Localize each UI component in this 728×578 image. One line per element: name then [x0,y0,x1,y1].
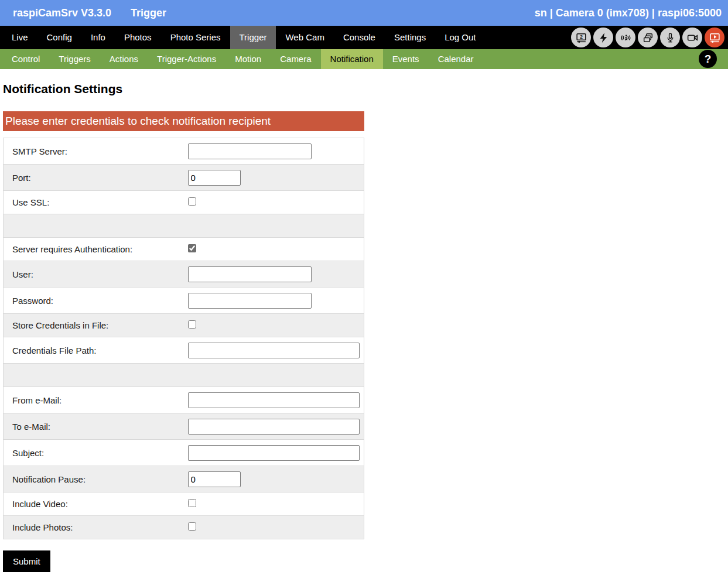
to-email-input[interactable] [188,419,360,435]
nav-item-settings[interactable]: Settings [385,26,435,49]
subnav-item-events[interactable]: Events [383,49,429,69]
use-ssl-label: Use SSL: [4,191,187,214]
subnav-item-triggers[interactable]: Triggers [49,49,100,69]
port-input[interactable] [188,170,241,186]
subnav-item-motion[interactable]: Motion [225,49,271,69]
form-row: Credentials File Path: [4,337,364,364]
video-camera-icon[interactable] [682,28,702,47]
live-stream-icon[interactable] [705,28,724,47]
lightning-icon[interactable] [593,28,613,47]
nav-item-info[interactable]: Info [81,26,115,49]
notification-pause-label: Notification Pause: [4,466,187,493]
main-nav: Live Config Info Photos Photo Series Tri… [0,26,728,49]
subnav-item-control[interactable]: Control [2,49,49,69]
credentials-file-path-label: Credentials File Path: [4,337,187,364]
include-video-checkbox[interactable] [188,499,196,507]
user-label: User: [4,261,187,288]
from-email-input[interactable] [188,392,360,408]
form-row: Subject: [4,440,364,466]
titlebar: raspiCamSrv V3.3.0 Trigger sn | Camera 0… [0,0,728,26]
use-ssl-checkbox[interactable] [188,197,196,206]
form-row: Include Video: [4,493,364,516]
subnav-item-notification[interactable]: Notification [321,49,383,69]
form-row: Notification Pause: [4,466,364,493]
form-row: SMTP Server: [4,138,364,165]
password-input[interactable] [188,293,312,309]
microphone-icon[interactable] [660,28,680,47]
alert-banner: Please enter credentials to check notifi… [3,111,364,131]
status-icon-bar: 2 [571,28,724,47]
credentials-file-path-input[interactable] [188,343,360,358]
page-breadcrumb: Trigger [131,7,166,19]
include-photos-checkbox[interactable] [188,522,196,531]
notification-pause-input[interactable] [188,471,241,487]
svg-text:2: 2 [580,34,583,40]
nav-item-live[interactable]: Live [2,26,37,49]
server-auth-checkbox[interactable] [188,244,196,252]
to-email-label: To e-Mail: [4,413,187,440]
subject-input[interactable] [188,445,360,461]
content-area: Notification Settings Please enter crede… [0,82,728,572]
smtp-server-label: SMTP Server: [4,138,187,165]
page-title: Notification Settings [3,82,728,96]
form-row: Port: [4,165,364,191]
from-email-label: From e-Mail: [4,387,187,413]
form-row: Server requires Authentication: [4,238,364,261]
form-row: User: [4,261,364,288]
store-credentials-label: Store Credentials in File: [4,314,187,337]
help-icon[interactable]: ? [699,50,717,68]
nav-item-web-cam[interactable]: Web Cam [276,26,333,49]
nav-item-photos[interactable]: Photos [115,26,161,49]
include-photos-label: Include Photos: [4,516,187,539]
subnav-item-camera[interactable]: Camera [271,49,320,69]
subnav-item-actions[interactable]: Actions [100,49,148,69]
form-row: From e-Mail: [4,387,364,413]
port-label: Port: [4,165,187,191]
nav-item-config[interactable]: Config [37,26,81,49]
motion-detection-icon[interactable] [616,28,635,47]
submit-button[interactable]: Submit [3,550,50,572]
include-video-label: Include Video: [4,493,187,516]
form-row: Use SSL: [4,191,364,214]
form-row: Include Photos: [4,516,364,539]
screen-2-icon[interactable]: 2 [571,28,591,47]
nav-item-trigger[interactable]: Trigger [230,26,276,49]
store-credentials-checkbox[interactable] [188,320,196,329]
app-title: raspiCamSrv V3.3.0 [13,7,111,19]
smtp-server-input[interactable] [188,143,312,159]
notification-settings-table: SMTP Server: Port: Use SSL: Server requi… [3,138,364,539]
nav-item-console[interactable]: Console [334,26,385,49]
spacer-row [4,364,364,387]
form-row: Store Credentials in File: [4,314,364,337]
subnav-item-calendar[interactable]: Calendar [429,49,483,69]
form-row: To e-Mail: [4,413,364,440]
subject-label: Subject: [4,440,187,466]
password-label: Password: [4,288,187,314]
connection-status: sn | Camera 0 (imx708) | raspi06:5000 [535,7,722,19]
user-input[interactable] [188,266,312,282]
sub-nav: Control Triggers Actions Trigger-Actions… [0,49,728,69]
nav-item-log-out[interactable]: Log Out [435,26,485,49]
server-auth-label: Server requires Authentication: [4,238,187,261]
spacer-row [4,214,364,238]
nav-item-photo-series[interactable]: Photo Series [161,26,230,49]
photo-series-icon[interactable] [638,28,658,47]
subnav-item-trigger-actions[interactable]: Trigger-Actions [148,49,225,69]
form-row: Password: [4,288,364,314]
